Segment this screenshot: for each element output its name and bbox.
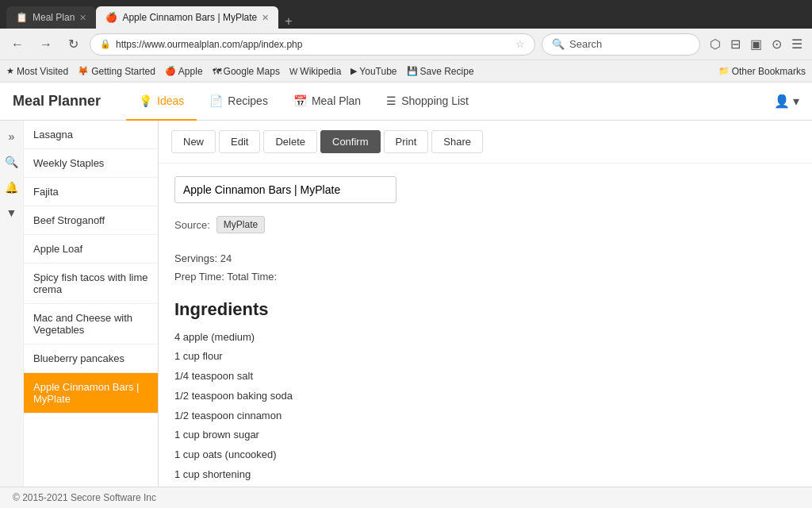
other-bookmarks-label: Other Bookmarks (732, 66, 806, 77)
sidebar-list: Lasagna Weekly Staples Fajita Beef Strog… (24, 121, 158, 487)
ingredient-1: 4 apple (medium) (174, 328, 796, 348)
wikipedia-icon: W (289, 67, 297, 76)
bookmark-save-recipe[interactable]: 💾 Save Recipe (407, 66, 474, 77)
share-button[interactable]: Share (431, 130, 483, 153)
sidebar-item-mac-cheese[interactable]: Mac and Cheese with Vegetables (24, 304, 158, 344)
servings: Servings: 24 (174, 249, 796, 267)
ingredient-5: 1/2 teaspoon cinnamon (174, 406, 796, 426)
toolbar: New Edit Delete Confirm Print Share (159, 121, 812, 164)
sidebar-item-blueberry-pancakes[interactable]: Blueberry pancakes (24, 344, 158, 373)
ingredient-3: 1/4 teaspoon salt (174, 367, 796, 387)
source-badge[interactable]: MyPlate (216, 216, 265, 233)
apple-icon: 🍎 (165, 66, 176, 76)
sidebar-item-fajita-label: Fajita (33, 186, 59, 198)
sidebar-item-apple-loaf-label: Apple Loaf (33, 243, 82, 255)
tab-group: 📋 Meal Plan ✕ 🍎 Apple Cinnamon Bars | My… (6, 0, 299, 29)
other-bookmarks-icon: 📁 (718, 66, 730, 76)
sidebar-item-mac-cheese-label: Mac and Cheese with Vegetables (33, 312, 148, 336)
nav-tabs: 💡 Ideas 📄 Recipes 📅 Meal Plan ☰ Shopping… (126, 83, 481, 121)
sidebar-item-apple-loaf[interactable]: Apple Loaf (24, 235, 158, 264)
sidebar-filter-icon[interactable]: ▼ (3, 203, 21, 222)
bookmark-getting-started[interactable]: 🦊 Getting Started (78, 66, 155, 77)
star-icon[interactable]: ☆ (515, 38, 525, 50)
bookmark-apple[interactable]: 🍎 Apple (165, 66, 203, 77)
sidebar-search-icon[interactable]: 🔍 (2, 152, 21, 171)
save-recipe-icon: 💾 (407, 66, 418, 76)
menu-icon[interactable]: ☰ (788, 33, 806, 55)
ingredient-4: 1/2 teaspoon baking soda (174, 387, 796, 406)
user-menu[interactable]: 👤 ▾ (774, 94, 799, 109)
bookmark-youtube[interactable]: ▶ YouTube (350, 66, 396, 77)
close-tab-icon[interactable]: ✕ (262, 13, 269, 23)
most-visited-label: Most Visited (17, 66, 68, 77)
close-icon[interactable]: ✕ (79, 13, 86, 23)
getting-started-label: Getting Started (91, 66, 155, 77)
synced-tabs-icon[interactable]: ⊟ (727, 33, 744, 55)
new-tab-button[interactable]: + (278, 14, 298, 29)
sidebar-item-beef-stroganoff-label: Beef Stroganoff (33, 214, 105, 226)
profile-icon[interactable]: ⊙ (768, 33, 785, 55)
content-area: New Edit Delete Confirm Print Share Sour… (159, 121, 812, 487)
browser-title-bar: 📋 Meal Plan ✕ 🍎 Apple Cinnamon Bars | My… (0, 0, 812, 29)
getting-started-icon: 🦊 (78, 66, 89, 76)
search-placeholder: Search (569, 38, 602, 50)
pocket-icon[interactable]: ⬡ (707, 33, 724, 55)
tab-recipes[interactable]: 📄 Recipes (197, 83, 281, 121)
sidebar-item-lasagna-label: Lasagna (33, 129, 73, 140)
forward-button[interactable]: → (35, 34, 57, 55)
confirm-button[interactable]: Confirm (320, 130, 381, 153)
collapse-icon[interactable]: » (6, 127, 18, 146)
tab-shopping-list[interactable]: ☰ Shopping List (373, 83, 481, 121)
most-visited-icon: ★ (6, 66, 14, 76)
print-button[interactable]: Print (384, 130, 429, 153)
delete-button[interactable]: Delete (263, 130, 317, 153)
tab-ideas[interactable]: 💡 Ideas (126, 83, 197, 121)
sidebar: Lasagna Weekly Staples Fajita Beef Strog… (24, 121, 159, 487)
sidebar-notify-icon[interactable]: 🔔 (2, 178, 21, 197)
ideas-icon: 💡 (139, 94, 152, 107)
back-button[interactable]: ← (6, 34, 29, 55)
new-button[interactable]: New (171, 130, 216, 153)
url-text: https://www.ourmealplan.com/app/index.ph… (116, 39, 511, 50)
sidebar-item-beef-stroganoff[interactable]: Beef Stroganoff (24, 206, 158, 235)
recipe-content: Source: MyPlate Servings: 24 Prep Time: … (159, 164, 812, 487)
bookmark-other[interactable]: 📁 Other Bookmarks (718, 66, 806, 77)
bookmark-most-visited[interactable]: ★ Most Visited (6, 66, 68, 77)
google-maps-label: Google Maps (224, 66, 280, 77)
recipe-title-input[interactable] (174, 176, 396, 203)
ingredient-7: 1 cup oats (uncooked) (174, 445, 796, 465)
bookmark-wikipedia[interactable]: W Wikipedia (289, 66, 341, 77)
google-maps-icon: 🗺 (213, 67, 221, 76)
main-area: » 🔍 🔔 ▼ Lasagna Weekly Staples Fajita (0, 121, 812, 487)
tab-meal-plan[interactable]: 📋 Meal Plan ✕ (6, 6, 96, 29)
sidebar-item-weekly-staples-label: Weekly Staples (33, 157, 104, 169)
sidebar-item-lasagna[interactable]: Lasagna (24, 121, 158, 149)
sidebar-item-apple-cinnamon-bars[interactable]: Apple Cinnamon Bars | MyPlate (24, 373, 158, 414)
meal-plan-icon: 📅 (293, 94, 307, 107)
youtube-icon: ▶ (350, 66, 357, 76)
sidebar-item-spicy-fish-tacos[interactable]: Spicy fish tacos with lime crema (24, 264, 158, 304)
refresh-button[interactable]: ↻ (63, 33, 83, 55)
bookmark-google-maps[interactable]: 🗺 Google Maps (213, 66, 280, 77)
bookmarks-bar: ★ Most Visited 🦊 Getting Started 🍎 Apple… (0, 60, 812, 83)
youtube-label: YouTube (359, 66, 396, 77)
sidebar-item-blueberry-label: Blueberry pancakes (33, 352, 124, 364)
tab-recipe-label: Apple Cinnamon Bars | MyPlate (122, 12, 257, 23)
apple-label: Apple (178, 66, 203, 77)
container-icon[interactable]: ▣ (747, 33, 765, 55)
tab-recipe[interactable]: 🍎 Apple Cinnamon Bars | MyPlate ✕ (96, 6, 278, 29)
tab-meal-plan[interactable]: 📅 Meal Plan (281, 83, 373, 121)
meal-plan-label: Meal Plan (312, 94, 361, 107)
source-label: Source: (174, 219, 210, 231)
edit-button[interactable]: Edit (219, 130, 260, 153)
lock-icon: 🔒 (100, 39, 111, 49)
search-bar[interactable]: 🔍 Search (542, 33, 700, 56)
shopping-icon: ☰ (386, 94, 396, 107)
sidebar-item-fajita[interactable]: Fajita (24, 178, 158, 206)
address-bar[interactable]: 🔒 https://www.ourmealplan.com/app/index.… (90, 33, 535, 56)
sidebar-item-weekly-staples[interactable]: Weekly Staples (24, 149, 158, 178)
ingredient-8: 1 cup shortening (174, 465, 796, 485)
recipes-label: Recipes (228, 94, 268, 107)
recipes-icon: 📄 (209, 94, 223, 107)
tab-favicon: 📋 (16, 12, 28, 23)
